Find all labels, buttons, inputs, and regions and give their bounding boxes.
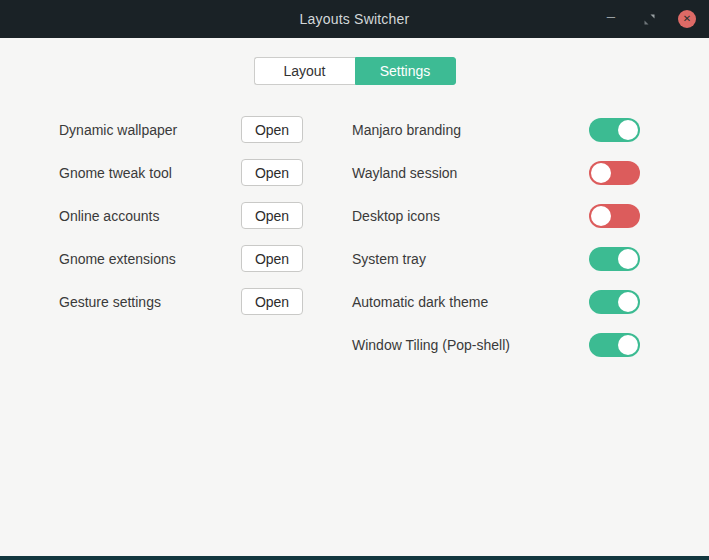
- setting-label: Desktop icons: [352, 208, 589, 224]
- row-gesture-settings: Gesture settings Open: [59, 280, 303, 323]
- row-gnome-tweak-tool: Gnome tweak tool Open: [59, 151, 303, 194]
- open-button-dynamic-wallpaper[interactable]: Open: [241, 116, 303, 143]
- toggle-system-tray[interactable]: [589, 247, 640, 271]
- row-online-accounts: Online accounts Open: [59, 194, 303, 237]
- restore-button[interactable]: [637, 7, 661, 31]
- row-gnome-extensions: Gnome extensions Open: [59, 237, 303, 280]
- minimize-icon: –: [607, 11, 615, 21]
- row-automatic-dark-theme: Automatic dark theme: [352, 280, 640, 323]
- tab-layout-label: Layout: [283, 63, 325, 79]
- toggle-manjaro-branding[interactable]: [589, 118, 640, 142]
- toggle-knob: [618, 249, 638, 269]
- setting-label: Gnome tweak tool: [59, 165, 241, 181]
- open-settings-column: Dynamic wallpaper Open Gnome tweak tool …: [59, 108, 303, 323]
- toggle-knob: [618, 335, 638, 355]
- toggle-settings-column: Manjaro branding Wayland session Desktop…: [352, 108, 640, 366]
- restore-icon: [644, 14, 655, 25]
- tab-settings[interactable]: Settings: [355, 57, 456, 85]
- setting-label: Wayland session: [352, 165, 589, 181]
- open-button-online-accounts[interactable]: Open: [241, 202, 303, 229]
- row-manjaro-branding: Manjaro branding: [352, 108, 640, 151]
- toggle-desktop-icons[interactable]: [589, 204, 640, 228]
- minimize-button[interactable]: –: [599, 7, 623, 31]
- row-desktop-icons: Desktop icons: [352, 194, 640, 237]
- toggle-knob: [591, 206, 611, 226]
- titlebar: Layouts Switcher – ✕: [0, 0, 709, 38]
- window-title: Layouts Switcher: [300, 11, 410, 27]
- toggle-knob: [618, 292, 638, 312]
- tab-switcher: Layout Settings: [0, 57, 709, 85]
- setting-label: Window Tiling (Pop-shell): [352, 337, 589, 353]
- close-icon: ✕: [678, 10, 696, 28]
- row-dynamic-wallpaper: Dynamic wallpaper Open: [59, 108, 303, 151]
- tab-layout[interactable]: Layout: [254, 57, 355, 85]
- open-button-gnome-extensions[interactable]: Open: [241, 245, 303, 272]
- toggle-knob: [591, 163, 611, 183]
- toggle-window-tiling[interactable]: [589, 333, 640, 357]
- row-wayland-session: Wayland session: [352, 151, 640, 194]
- tab-settings-label: Settings: [380, 63, 431, 79]
- toggle-wayland-session[interactable]: [589, 161, 640, 185]
- setting-label: Dynamic wallpaper: [59, 122, 241, 138]
- window-controls: – ✕: [599, 0, 699, 38]
- row-window-tiling: Window Tiling (Pop-shell): [352, 323, 640, 366]
- toggle-knob: [618, 120, 638, 140]
- setting-label: Gesture settings: [59, 294, 241, 310]
- open-button-gesture-settings[interactable]: Open: [241, 288, 303, 315]
- row-system-tray: System tray: [352, 237, 640, 280]
- setting-label: Online accounts: [59, 208, 241, 224]
- open-button-gnome-tweak-tool[interactable]: Open: [241, 159, 303, 186]
- toggle-automatic-dark-theme[interactable]: [589, 290, 640, 314]
- bottom-accent-bar: [0, 556, 709, 560]
- setting-label: Gnome extensions: [59, 251, 241, 267]
- layouts-switcher-window: Layouts Switcher – ✕ Layo: [0, 0, 709, 560]
- close-button[interactable]: ✕: [675, 7, 699, 31]
- setting-label: System tray: [352, 251, 589, 267]
- setting-label: Automatic dark theme: [352, 294, 589, 310]
- setting-label: Manjaro branding: [352, 122, 589, 138]
